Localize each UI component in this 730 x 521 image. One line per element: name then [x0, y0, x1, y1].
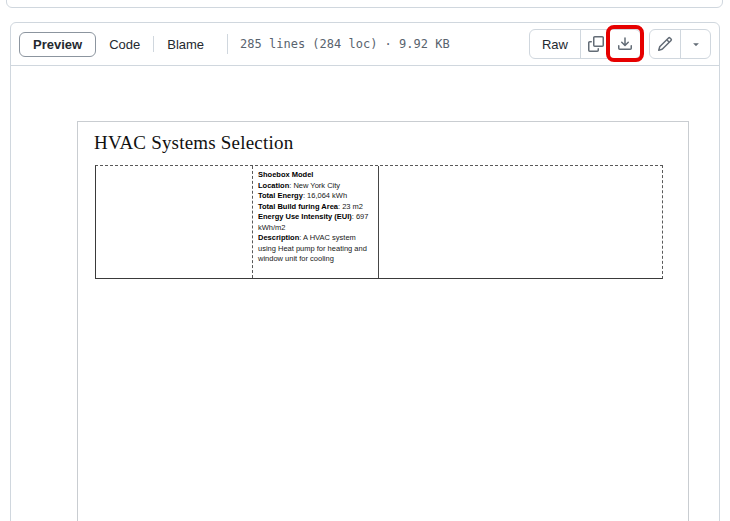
- file-actions: Raw: [529, 29, 711, 59]
- table-cell-right: [379, 166, 662, 278]
- field-label: Description: [258, 233, 303, 242]
- field-value: 16,064 kWh: [307, 191, 347, 200]
- file-header: Preview Code Blame 285 lines (284 loc) ·…: [11, 23, 719, 66]
- tab-code[interactable]: Code: [96, 32, 153, 57]
- raw-actions-group: Raw: [529, 29, 641, 59]
- field-label: Total Energy: [258, 191, 307, 200]
- copy-icon: [588, 36, 604, 52]
- edit-button[interactable]: [650, 30, 680, 58]
- table-cell-model: Shoebox Model LocationNew York City Tota…: [253, 166, 379, 278]
- copy-button[interactable]: [580, 30, 610, 58]
- view-switcher: Preview Code Blame: [19, 32, 217, 57]
- model-field: Total Build furing Area23 m2: [258, 202, 373, 213]
- model-name: Shoebox Model: [258, 170, 373, 181]
- tab-blame[interactable]: Blame: [154, 32, 217, 57]
- rendered-preview: HVAC Systems Selection Shoebox Model Loc…: [77, 121, 689, 521]
- tab-preview[interactable]: Preview: [19, 32, 96, 57]
- caret-down-icon: [690, 38, 702, 50]
- model-field: Energy Use Intensity (EUI)697 kWh/m2: [258, 212, 373, 233]
- edit-dropdown-button[interactable]: [680, 30, 710, 58]
- file-view-panel: Preview Code Blame 285 lines (284 loc) ·…: [10, 22, 720, 521]
- field-label: Total Build furing Area: [258, 202, 342, 211]
- edit-group: [649, 29, 711, 59]
- download-button[interactable]: [610, 30, 640, 58]
- preview-title: HVAC Systems Selection: [94, 132, 688, 154]
- field-label: Location: [258, 181, 293, 190]
- header-divider: [227, 34, 228, 54]
- pencil-icon: [657, 36, 673, 52]
- model-field: DescriptionA HVAC system using Heat pump…: [258, 233, 373, 265]
- download-icon: [617, 36, 633, 52]
- file-stats: 285 lines (284 loc) · 9.92 KB: [240, 37, 450, 51]
- model-field: Total Energy16,064 kWh: [258, 191, 373, 202]
- raw-button[interactable]: Raw: [530, 30, 580, 58]
- previous-panel-edge: [6, 0, 723, 8]
- field-value: New York City: [293, 181, 340, 190]
- field-value: 23 m2: [342, 202, 363, 211]
- model-field: LocationNew York City: [258, 181, 373, 192]
- field-label: Energy Use Intensity (EUI): [258, 212, 356, 221]
- table-cell-left: [96, 166, 253, 278]
- hvac-table: Shoebox Model LocationNew York City Tota…: [95, 165, 663, 279]
